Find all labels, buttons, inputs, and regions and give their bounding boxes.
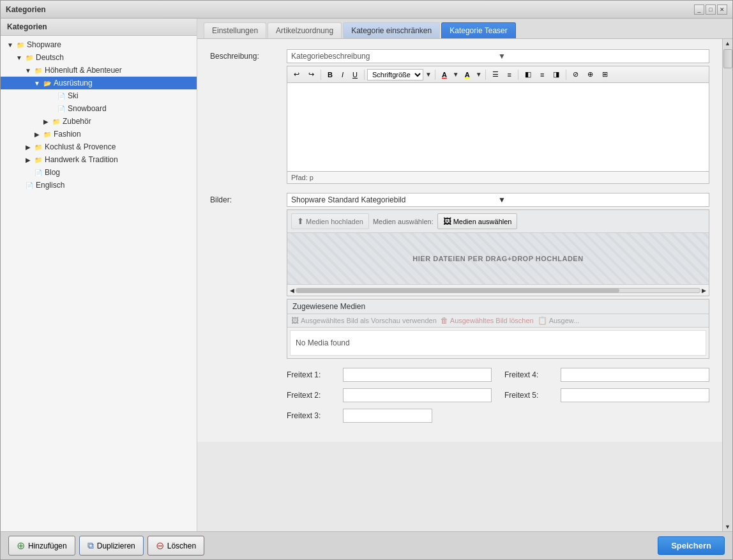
add-icon: ⊕	[17, 540, 25, 552]
panel-with-scroll: Beschreibung: Kategoriebeschreibung ▼ ↩	[197, 39, 732, 531]
right-panel: Einstellungen Artikelzuordnung Kategorie…	[197, 19, 732, 531]
toolbar-divider	[364, 70, 365, 80]
sidebar-item-englisch[interactable]: 📄 Englisch	[1, 179, 197, 192]
tabs: Einstellungen Artikelzuordnung Kategorie…	[197, 19, 732, 39]
scrollbar-track	[296, 288, 700, 293]
freitext4-input[interactable]	[561, 368, 709, 382]
drop-zone[interactable]: HIER DATEIEN PER DRAG+DROP HOCHLADEN	[287, 233, 709, 284]
save-button[interactable]: Speichern	[658, 536, 725, 555]
editor-area[interactable]	[287, 82, 709, 172]
scroll-right-button[interactable]: ▶	[700, 287, 707, 294]
tab-artikelzuordnung[interactable]: Artikelzuordnung	[268, 22, 342, 38]
source-button[interactable]: ⊞	[598, 68, 612, 80]
sidebar-item-label: Englisch	[36, 181, 64, 190]
medien-hochladen-button[interactable]: ⬆ Medien hochladen	[291, 213, 369, 229]
tab-einstellungen[interactable]: Einstellungen	[204, 22, 266, 38]
sidebar-item-shopware[interactable]: ▼ 📁 Shopware	[1, 38, 197, 51]
beschreibung-control: Kategoriebeschreibung ▼ ↩ ↪ B I	[287, 49, 709, 184]
sidebar-item-ausruestung[interactable]: ▼ 📂 Ausrüstung	[1, 77, 197, 89]
use-as-preview-button[interactable]: 🖼 Ausgewähltes Bild als Vorschau verwend…	[291, 316, 437, 325]
expand-icon: ▼	[15, 53, 24, 62]
expand-placeholder	[47, 91, 56, 100]
link-button[interactable]: ⊘	[569, 68, 582, 80]
undo-button[interactable]: ↩	[290, 68, 303, 80]
maximize-button[interactable]: □	[706, 4, 716, 15]
expand-icon: ▼	[33, 79, 42, 87]
freitext5-input[interactable]	[561, 388, 709, 402]
ul-button[interactable]: ☰	[488, 68, 503, 80]
save-label: Speichern	[671, 541, 711, 550]
redo-button[interactable]: ↪	[305, 68, 318, 80]
no-media-text: No Media found	[296, 338, 350, 347]
beschreibung-dropdown[interactable]: Kategoriebeschreibung ▼	[287, 49, 709, 63]
delete-selected-label: Ausgewähltes Bild löschen	[450, 317, 534, 324]
delete-button[interactable]: ⊖ Löschen	[147, 536, 204, 556]
bg-color-button[interactable]: A	[461, 69, 474, 80]
toolbar-divider	[435, 70, 435, 80]
sidebar-item-kochlust[interactable]: ▶ 📁 Kochlust & Provence	[1, 140, 197, 153]
sidebar-tree: ▼ 📁 Shopware ▼ 📁 Deutsch ▼ 📁 Höhenluft	[1, 36, 197, 531]
expand-placeholder	[47, 104, 56, 113]
freitext2-input[interactable]	[343, 388, 492, 402]
folder-open-icon: 📁	[15, 40, 26, 50]
panel-body: Beschreibung: Kategoriebeschreibung ▼ ↩	[197, 39, 722, 442]
doc-icon: 📄	[24, 180, 34, 190]
tab-kategorie-teaser[interactable]: Kategorie Teaser	[441, 22, 516, 38]
sidebar-item-snowboard[interactable]: 📄 Snowboard	[1, 102, 197, 115]
sidebar-item-blog[interactable]: 📄 Blog	[1, 166, 197, 179]
freitext2-row: Freitext 2:	[287, 388, 492, 402]
media-upload-box: ⬆ Medien hochladen Medien auswählen: 🖼 M…	[287, 209, 709, 296]
freitext3-input[interactable]	[343, 409, 432, 423]
use-as-preview-label: Ausgewähltes Bild als Vorschau verwenden	[301, 317, 437, 324]
doc-icon: 📄	[56, 103, 66, 114]
tab-kategorie-einschraenken[interactable]: Kategorie einschränken	[343, 22, 440, 38]
toolbar-divider	[566, 70, 566, 80]
bold-button[interactable]: B	[324, 69, 336, 80]
doc-icon: 📄	[33, 167, 43, 178]
toolbar-divider	[321, 70, 321, 80]
unlink-button[interactable]: ⊕	[584, 68, 597, 80]
sidebar-item-fashion[interactable]: ▶ 📁 Fashion	[1, 128, 197, 140]
close-button[interactable]: ✕	[717, 4, 727, 15]
bilder-dropdown[interactable]: Shopware Standard Kategoriebild ▼	[287, 193, 709, 207]
delete-selected-button[interactable]: 🗑 Ausgewähltes Bild löschen	[441, 316, 534, 325]
freitext5-row: Freitext 5:	[504, 388, 709, 402]
extra-button[interactable]: 📋 Ausgew...	[538, 316, 580, 325]
scrollbar-thumb[interactable]	[723, 49, 732, 68]
folder-closed-icon: 📁	[51, 116, 61, 126]
duplicate-button[interactable]: ⧉ Duplizieren	[79, 536, 144, 556]
scroll-left-button[interactable]: ◀	[289, 287, 296, 294]
media-scrollbar: ◀ ▶	[287, 284, 709, 296]
expand-icon: ▶	[24, 142, 33, 151]
bottom-bar: ⊕ Hinzufügen ⧉ Duplizieren ⊖ Löschen Spe…	[1, 531, 732, 559]
sidebar-item-hoehenluft[interactable]: ▼ 📁 Höhenluft & Abenteuer	[1, 64, 197, 77]
italic-button[interactable]: I	[338, 69, 347, 80]
sidebar-item-zubehoer[interactable]: ▶ 📁 Zubehör	[1, 115, 197, 128]
freitext3-label: Freitext 3:	[287, 411, 338, 420]
minimize-button[interactable]: _	[694, 4, 704, 15]
align-center-button[interactable]: ≡	[536, 69, 548, 80]
ol-button[interactable]: ≡	[504, 69, 515, 80]
sidebar-item-ski[interactable]: 📄 Ski	[1, 89, 197, 102]
folder-open-icon: 📂	[42, 78, 52, 88]
vertical-scrollbar[interactable]: ▲ ▼	[722, 39, 732, 531]
chevron-down-icon: ▼	[498, 52, 705, 61]
align-right-button[interactable]: ◨	[549, 68, 563, 80]
sidebar-item-handwerk[interactable]: ▶ 📁 Handwerk & Tradition	[1, 153, 197, 166]
add-button[interactable]: ⊕ Hinzufügen	[8, 536, 75, 556]
scroll-up-button[interactable]: ▲	[723, 39, 732, 48]
medien-auswaehlen-button[interactable]: 🖼 Medien auswählen	[437, 213, 518, 229]
add-label: Hinzufügen	[28, 541, 67, 550]
editor-path: Pfad: p	[287, 172, 709, 184]
freitext1-input[interactable]	[343, 368, 492, 382]
assigned-media-header: Zugewiesene Medien	[287, 299, 709, 314]
scroll-down-button[interactable]: ▼	[723, 522, 732, 531]
font-size-select[interactable]: Schriftgröße 81012141618	[367, 69, 423, 80]
align-left-button[interactable]: ◧	[521, 68, 535, 80]
delete-icon: ⊖	[156, 540, 164, 552]
underline-button[interactable]: U	[349, 69, 361, 80]
sidebar-item-deutsch[interactable]: ▼ 📁 Deutsch	[1, 51, 197, 64]
font-color-dropdown-arrow: ▼	[453, 71, 459, 78]
font-color-button[interactable]: A	[438, 69, 451, 80]
freitext2-label: Freitext 2:	[287, 391, 338, 400]
